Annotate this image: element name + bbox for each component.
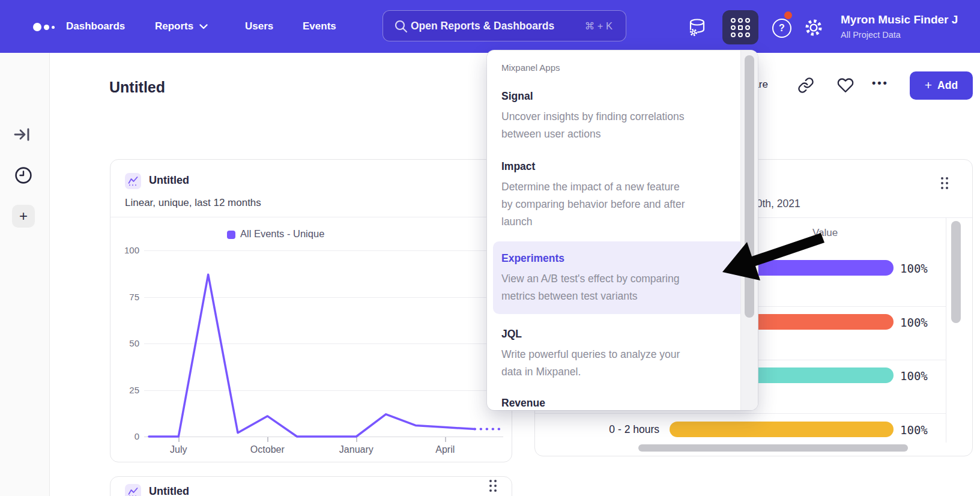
question-glyph: ? — [779, 23, 785, 34]
search-placeholder: Open Reports & Dashboards — [411, 20, 554, 32]
nav-label: Users — [245, 20, 273, 32]
drag-handle-icon[interactable] — [489, 480, 497, 492]
left-sidebar: + — [0, 53, 50, 496]
row-divider — [535, 413, 946, 414]
user-project-scope: All Project Data — [841, 30, 901, 40]
table-edge — [946, 217, 946, 443]
search-icon — [394, 19, 408, 34]
x-axis-tick — [445, 437, 446, 442]
bar-value: 100% — [900, 369, 928, 383]
bar-value: 100% — [900, 423, 928, 437]
menu-item-experiments[interactable]: Experiments View an A/B test's effect by… — [493, 241, 745, 314]
item-title: Impact — [501, 160, 737, 173]
chevron-down-icon — [199, 24, 208, 29]
x-axis-tick — [178, 437, 180, 442]
copy-link-icon[interactable] — [797, 77, 814, 94]
divider — [110, 217, 512, 217]
x-axis-label: October — [231, 444, 303, 455]
nav-item-events[interactable]: Events — [303, 0, 336, 53]
y-axis-label: 25 — [109, 385, 139, 395]
nav-label: Reports — [155, 20, 193, 32]
chart-type-icon — [125, 173, 141, 189]
user-project-name[interactable]: Myron Music Finder J — [841, 13, 980, 26]
gridline — [144, 297, 503, 298]
menu-item-revenue[interactable]: Revenue — [501, 396, 737, 410]
mixpanel-apps-menu: Mixpanel Apps Signal Uncover insights by… — [487, 50, 758, 410]
chart-card-subtitle: Linear, unique, last 12 months — [125, 197, 261, 209]
plus-icon: + — [925, 78, 932, 92]
menu-header: Mixpanel Apps — [501, 62, 737, 73]
nav-label: Dashboards — [66, 20, 125, 32]
horizontal-scrollbar[interactable] — [638, 444, 908, 452]
vertical-scrollbar[interactable] — [951, 221, 961, 323]
app-window: Dashboards Reports Users Events Open Rep… — [0, 0, 980, 496]
mixpanel-logo[interactable] — [33, 23, 41, 31]
nav-item-users[interactable]: Users — [245, 0, 273, 53]
bar-value: 100% — [900, 316, 928, 329]
drag-handle-icon[interactable] — [941, 177, 948, 189]
x-axis-tick — [267, 437, 268, 442]
y-axis-label: 100 — [109, 245, 139, 255]
more-options-button[interactable]: ••• — [872, 77, 898, 89]
sidebar-add-button[interactable]: + — [12, 205, 35, 228]
mixpanel-logo-dot — [44, 25, 49, 30]
y-axis-label: 75 — [109, 292, 139, 302]
x-axis-label: January — [320, 444, 392, 455]
menu-item-impact[interactable]: Impact Determine the impact of a new fea… — [501, 160, 737, 231]
apps-menu-button[interactable] — [722, 10, 758, 44]
notification-dot — [784, 11, 792, 19]
menu-item-signal[interactable]: Signal Uncover insights by finding corre… — [501, 89, 737, 143]
gridline — [144, 437, 503, 437]
add-label: Add — [937, 79, 958, 92]
menu-item-jql[interactable]: JQL Write powerful queries to analyze yo… — [501, 327, 737, 381]
y-axis-label: 50 — [109, 338, 139, 348]
item-description: Write powerful queries to analyze your d… — [501, 346, 737, 381]
search-shortcut: ⌘ + K — [585, 20, 612, 32]
y-axis-label: 0 — [109, 431, 139, 441]
row-label: 0 - 2 hours — [587, 423, 659, 436]
global-search-input[interactable]: Open Reports & Dashboards ⌘ + K — [383, 10, 626, 41]
bar-value: 100% — [900, 262, 928, 275]
value-column-header: Value — [789, 227, 861, 239]
legend-swatch — [227, 231, 235, 239]
x-axis-label: July — [142, 444, 214, 455]
help-icon[interactable]: ? — [772, 19, 791, 38]
chart-card-title[interactable]: Untitled — [149, 485, 189, 496]
data-management-icon[interactable] — [688, 18, 710, 37]
gridline — [144, 390, 503, 391]
x-axis-label: April — [409, 444, 481, 455]
item-description: View an A/B test's effect by comparing m… — [501, 270, 737, 305]
nav-item-reports[interactable]: Reports — [155, 0, 208, 53]
item-title: Revenue — [501, 396, 737, 410]
item-title: JQL — [501, 327, 737, 340]
x-axis-tick — [356, 437, 357, 442]
expand-sidebar-icon[interactable] — [14, 126, 31, 143]
report-date-range: 30th, 2021 — [751, 198, 800, 210]
favorite-heart-icon[interactable] — [837, 77, 854, 94]
item-title: Experiments — [501, 252, 737, 265]
apps-grid-icon — [731, 18, 750, 37]
legend-label[interactable]: All Events - Unique — [240, 228, 324, 240]
table-bar[interactable] — [670, 422, 894, 437]
gridline — [144, 343, 503, 344]
mixpanel-logo-dot — [52, 26, 55, 29]
nav-item-dashboards[interactable]: Dashboards — [66, 0, 125, 53]
gridline — [144, 250, 503, 251]
chart-card-title[interactable]: Untitled — [149, 174, 189, 187]
item-title: Signal — [501, 89, 737, 103]
settings-gear-icon[interactable] — [803, 17, 824, 38]
recent-clock-icon[interactable] — [14, 166, 32, 184]
item-description: Determine the impact of a new feature by… — [501, 178, 737, 231]
chart-type-icon — [125, 484, 141, 496]
add-button[interactable]: + Add — [910, 71, 973, 100]
menu-scrollbar-thumb[interactable] — [745, 55, 754, 318]
top-nav: Dashboards Reports Users Events Open Rep… — [0, 0, 980, 53]
nav-label: Events — [303, 20, 336, 32]
page-title: Untitled — [109, 79, 165, 96]
plus-icon: + — [19, 208, 28, 225]
item-description: Uncover insights by finding correlations… — [501, 108, 737, 143]
